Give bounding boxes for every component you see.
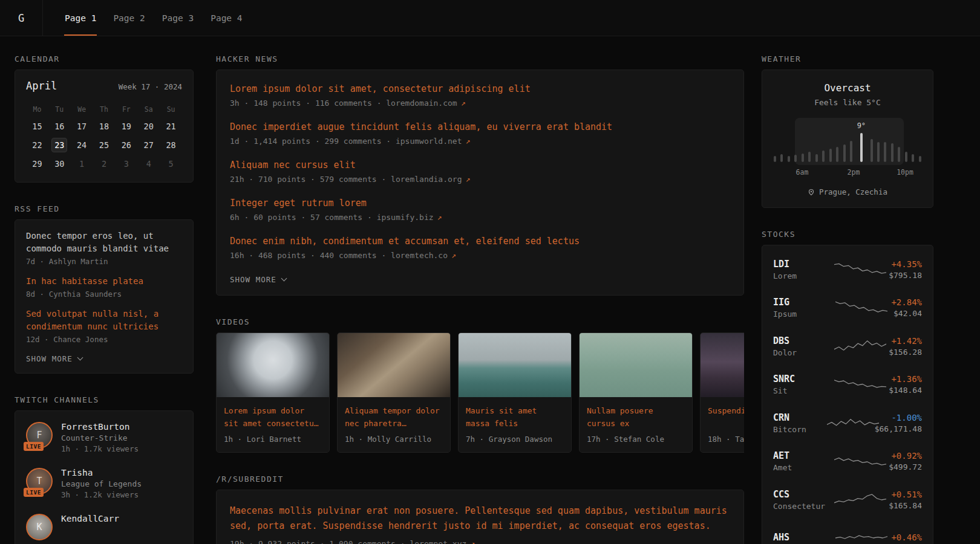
subreddit-card: Maecenas mollis pulvinar erat non posuer… [216, 490, 744, 544]
calendar-day: 19 [115, 119, 137, 134]
middle-column: HACKER NEWS Lorem ipsum dolor sit amet, … [216, 54, 744, 544]
page-tab[interactable]: Page 1 [56, 0, 105, 36]
weather-bar-wrap [884, 142, 886, 162]
video-card[interactable]: Lorem ipsum dolor sit amet consectetu… 1… [216, 332, 330, 453]
rss-item-title[interactable]: In hac habitasse platea [26, 275, 182, 288]
subreddit-post-meta-text: 19h · 9,932 points · 1,090 comments · lo… [230, 539, 466, 544]
weather-bars: 9° [774, 118, 921, 162]
hackernews-item-meta: 21h · 710 points · 579 comments · loreml… [230, 175, 730, 184]
subreddit-post-meta: 19h · 9,932 points · 1,090 comments · lo… [230, 539, 730, 544]
video-thumbnail[interactable] [580, 333, 692, 397]
app-logo[interactable]: G [0, 0, 43, 36]
dashboard-content: CALENDAR April Week 17 · 2024 MoTuWeThFr… [0, 36, 980, 544]
subreddit-post-title[interactable]: Maecenas mollis pulvinar erat non posuer… [230, 504, 730, 534]
stock-change: +2.84% [891, 297, 922, 307]
rss-item: In hac habitasse platea 8d · Cynthia Sau… [26, 275, 182, 299]
rss-show-more-button[interactable]: SHOW MORE [26, 354, 82, 363]
video-title[interactable]: Lorem ipsum dolor sit amet consectetu… [224, 405, 322, 430]
calendar-day: 2 [93, 157, 116, 171]
stock-symbol: AET [773, 450, 831, 461]
show-more-label: SHOW MORE [26, 354, 73, 363]
twitch-channel-row[interactable]: K KendallCarr [26, 514, 182, 540]
video-title[interactable]: Mauris sit amet massa felis [466, 405, 564, 430]
video-title[interactable]: Nullam posuere cursus ex [587, 405, 685, 430]
video-card[interactable]: Aliquam tempor dolor nec pharetra… 1h · … [337, 332, 451, 453]
hackernews-item: Lorem ipsum dolor sit amet, consectetur … [230, 83, 730, 108]
hackernews-item-title[interactable]: Donec enim nibh, condimentum et accumsan… [230, 236, 730, 247]
hackernews-item-title[interactable]: Donec imperdiet augue tincidunt felis al… [230, 121, 730, 132]
hackernews-list: Lorem ipsum dolor sit amet, consectetur … [230, 83, 730, 260]
weather-feels-like: Feels like 5°C [772, 98, 923, 107]
calendar-day-number: 22 [29, 138, 45, 152]
video-thumbnail[interactable] [217, 333, 329, 397]
external-link-icon[interactable]: ↗ [461, 99, 466, 108]
video-card-body: Lorem ipsum dolor sit amet consectetu… 1… [217, 397, 329, 452]
hackernews-item: Integer eget rutrum lorem 6h · 60 points… [230, 198, 730, 222]
weather-bar-wrap [780, 154, 783, 162]
hackernews-item-title[interactable]: Integer eget rutrum lorem [230, 198, 730, 209]
video-thumbnail[interactable] [701, 333, 744, 397]
twitch-channel-name[interactable]: KendallCarr [61, 514, 119, 523]
rss-widget: RSS FEED Donec tempor eros leo, ut commo… [15, 204, 194, 374]
external-link-icon[interactable]: ↗ [466, 137, 471, 146]
video-card[interactable]: Nullam posuere cursus ex 17h · Stefan Co… [579, 332, 693, 453]
weather-bar-wrap [905, 152, 907, 162]
weather-bar-wrap [822, 151, 825, 162]
page-tab[interactable]: Page 3 [154, 0, 202, 36]
hackernews-item-title[interactable]: Aliquam nec cursus elit [230, 160, 730, 170]
hackernews-item-title[interactable]: Lorem ipsum dolor sit amet, consectetur … [230, 83, 730, 94]
twitch-channel-name[interactable]: Trisha [61, 468, 142, 478]
calendar-day-number: 16 [51, 119, 67, 134]
video-title[interactable]: Suspendisse diam [708, 405, 744, 430]
subreddit-widget: /R/SUBREDDIT Maecenas mollis pulvinar er… [216, 474, 744, 544]
video-card[interactable]: Suspendisse diam 18h · Tara [700, 332, 744, 453]
twitch-channel-info: KendallCarr [61, 514, 119, 540]
video-card-body: Nullam posuere cursus ex 17h · Stefan Co… [580, 397, 692, 452]
videos-heading: VIDEOS [216, 317, 744, 326]
live-badge: LIVE [24, 442, 44, 451]
twitch-channel-row[interactable]: F LIVE ForrestBurton Counter-Strike 1h ·… [26, 422, 182, 453]
stock-info: IIG Ipsum [773, 297, 831, 319]
stock-values: +0.92% $499.72 [889, 451, 922, 471]
left-column: CALENDAR April Week 17 · 2024 MoTuWeThFr… [15, 54, 194, 544]
calendar-day: 1 [71, 157, 93, 171]
rss-item-title[interactable]: Donec tempor eros leo, ut commodo mauris… [26, 230, 182, 255]
external-link-icon[interactable]: ↗ [451, 251, 456, 260]
external-link-icon[interactable]: ↗ [466, 175, 471, 184]
subreddit-heading: /R/SUBREDDIT [216, 474, 744, 484]
video-card[interactable]: Mauris sit amet massa felis 7h · Grayson… [458, 332, 572, 453]
calendar-card: April Week 17 · 2024 MoTuWeThFrSaSu 15 1… [15, 70, 194, 183]
rss-item-title[interactable]: Sed volutpat nulla nisl, a condimentum n… [26, 308, 182, 333]
weather-time-labels: 6am2pm10pm [772, 168, 923, 177]
external-link-icon[interactable]: ↗ [437, 213, 442, 222]
video-thumbnail[interactable] [338, 333, 450, 397]
calendar-day: 27 [137, 138, 160, 152]
video-thumbnail[interactable] [459, 333, 571, 397]
calendar-day-number: 29 [29, 157, 45, 171]
stock-sparkline-chart [835, 299, 887, 316]
stock-change: +1.42% [889, 336, 922, 346]
stock-symbol: AHS [773, 532, 831, 543]
page-tab[interactable]: Page 2 [105, 0, 153, 36]
calendar-day: 26 [115, 138, 137, 152]
weather-peak-temp-label: 9° [857, 121, 866, 130]
weather-bar [891, 143, 893, 162]
external-link-icon[interactable]: ↗ [470, 539, 475, 544]
weather-bar [850, 141, 852, 162]
calendar-day-number: 19 [119, 119, 134, 134]
stock-name: Dolor [773, 348, 831, 357]
weather-bar-wrap [794, 155, 797, 162]
weather-bar-wrap [891, 143, 893, 162]
page-tab[interactable]: Page 4 [202, 0, 250, 36]
weather-location-row: Prague, Czechia [772, 187, 923, 196]
twitch-channel-name[interactable]: ForrestBurton [61, 422, 139, 432]
hackernews-item-meta: 6h · 60 points · 57 comments · ipsumify.… [230, 213, 730, 222]
video-title[interactable]: Aliquam tempor dolor nec pharetra… [345, 405, 443, 430]
stock-sparkline-chart [834, 261, 886, 278]
video-meta: 7h · Grayson Dawson [466, 435, 564, 444]
hackernews-item: Donec imperdiet augue tincidunt felis al… [230, 121, 730, 146]
hackernews-show-more-button[interactable]: SHOW MORE [230, 275, 286, 284]
hackernews-item-meta-text: 6h · 60 points · 57 comments · ipsumify.… [230, 213, 434, 222]
twitch-channel-row[interactable]: T LIVE Trisha League of Legends 3h · 1.2… [26, 468, 182, 499]
stock-row: LDI Lorem +4.35% $795.18 [773, 250, 922, 289]
